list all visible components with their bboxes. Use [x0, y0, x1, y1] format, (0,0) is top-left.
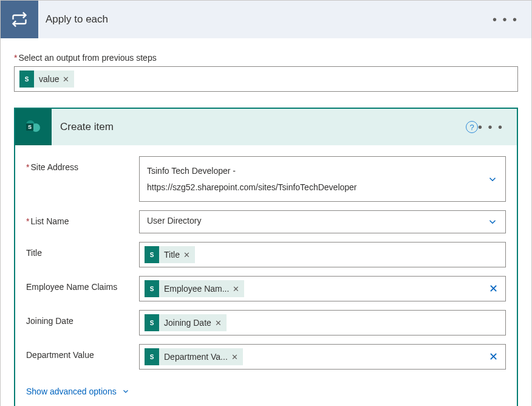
- employee-name-label: Employee Name Claims: [26, 276, 139, 292]
- action-menu-button[interactable]: • • •: [478, 120, 503, 134]
- remove-token-icon[interactable]: ✕: [215, 318, 222, 328]
- chevron-down-icon: [121, 387, 130, 396]
- site-address-select[interactable]: Tsinfo Tech Developer - https://szg52.sh…: [139, 156, 506, 202]
- joining-date-label: Joining Date: [26, 310, 139, 326]
- sharepoint-token-icon: S: [145, 314, 159, 331]
- loop-body: *Select an output from previous steps S …: [1, 38, 531, 406]
- output-label: *Select an output from previous steps: [14, 53, 518, 63]
- sharepoint-token-icon: S: [145, 348, 159, 365]
- output-token-field[interactable]: S value ✕: [14, 66, 518, 92]
- remove-token-icon[interactable]: ✕: [63, 75, 69, 84]
- employee-name-input[interactable]: S Employee Nam... ✕ ✕: [139, 276, 506, 301]
- title-label: Title: [26, 242, 139, 258]
- loop-icon: [1, 1, 38, 38]
- title-token[interactable]: S Title ✕: [145, 246, 195, 263]
- list-name-label: *List Name: [26, 210, 139, 226]
- department-token[interactable]: S Department Va... ✕: [145, 348, 243, 365]
- action-header[interactable]: S Create item ? • • •: [15, 109, 517, 145]
- sharepoint-token-icon: S: [145, 246, 159, 263]
- action-title: Create item: [60, 121, 114, 133]
- loop-menu-button[interactable]: • • •: [493, 13, 518, 27]
- chevron-down-icon: [487, 174, 498, 185]
- list-name-select[interactable]: User Directory: [139, 210, 506, 233]
- joining-date-input[interactable]: S Joining Date ✕: [139, 310, 506, 335]
- action-body: *Site Address Tsinfo Tech Developer - ht…: [15, 145, 517, 406]
- sharepoint-token-icon: S: [19, 71, 34, 88]
- clear-field-icon[interactable]: ✕: [489, 282, 498, 295]
- chevron-down-icon: [487, 216, 498, 227]
- remove-token-icon[interactable]: ✕: [231, 353, 238, 362]
- svg-text:S: S: [28, 124, 32, 130]
- loop-title: Apply to each: [46, 13, 108, 26]
- sharepoint-token-icon: S: [145, 280, 159, 297]
- joining-date-token[interactable]: S Joining Date ✕: [145, 314, 227, 331]
- clear-field-icon[interactable]: ✕: [489, 350, 498, 363]
- loop-header[interactable]: Apply to each • • •: [1, 1, 531, 38]
- remove-token-icon[interactable]: ✕: [183, 250, 190, 260]
- create-item-card: S Create item ? • • • *Site Address Tsin…: [14, 108, 518, 406]
- remove-token-icon[interactable]: ✕: [233, 284, 239, 294]
- title-input[interactable]: S Title ✕: [139, 242, 506, 267]
- help-icon[interactable]: ?: [466, 121, 478, 133]
- department-label: Department Value: [26, 344, 139, 360]
- value-token[interactable]: S value ✕: [19, 71, 74, 88]
- department-input[interactable]: S Department Va... ✕ ✕: [139, 344, 506, 370]
- site-address-label: *Site Address: [26, 156, 139, 172]
- apply-to-each-card: Apply to each • • • *Select an output fr…: [0, 0, 532, 406]
- sharepoint-icon: S: [15, 109, 52, 145]
- show-advanced-options-link[interactable]: Show advanced options: [26, 387, 130, 396]
- employee-name-token[interactable]: S Employee Nam... ✕: [145, 280, 244, 297]
